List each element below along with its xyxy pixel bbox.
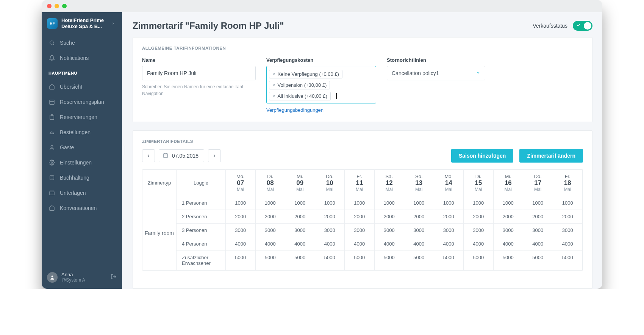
price-cell[interactable]: 5000 <box>375 251 405 270</box>
catering-conditions-link[interactable]: Verpflegungsbedingungen <box>266 107 324 113</box>
price-cell[interactable]: 3000 <box>553 224 583 237</box>
price-cell[interactable]: 3000 <box>345 224 375 237</box>
price-cell[interactable]: 1000 <box>226 196 256 210</box>
price-cell[interactable]: 4000 <box>226 237 256 251</box>
price-cell[interactable]: 3000 <box>285 224 315 237</box>
price-cell[interactable]: 5000 <box>464 251 494 270</box>
th-roomtype: Zimmertyp <box>142 170 177 196</box>
price-cell[interactable]: 4000 <box>375 237 405 251</box>
price-cell[interactable]: 5000 <box>523 251 553 270</box>
sidebar-notifications[interactable]: Notifications <box>42 50 122 66</box>
catering-chips-input[interactable]: ×Keine Verpflegung (+0,00 £)×Vollpension… <box>266 66 376 103</box>
cancel-policy-select[interactable]: Cancellation policy1 <box>387 66 485 80</box>
price-cell[interactable]: 1000 <box>434 196 464 210</box>
price-cell[interactable]: 5000 <box>434 251 464 270</box>
price-cell[interactable]: 1000 <box>315 196 345 210</box>
catering-chip[interactable]: ×All inklusive (+40,00 £) <box>269 92 331 100</box>
panel-splitter[interactable] <box>122 12 127 289</box>
price-cell[interactable]: 2000 <box>315 210 345 224</box>
price-cell[interactable]: 2000 <box>404 210 434 224</box>
catering-chip[interactable]: ×Vollpension (+30,00 £) <box>269 81 330 89</box>
price-cell[interactable]: 5000 <box>256 251 286 270</box>
price-cell[interactable]: 3000 <box>256 224 286 237</box>
price-cell[interactable]: 2000 <box>434 210 464 224</box>
sidebar-item-reservierungen[interactable]: Reservierungen <box>42 110 122 125</box>
price-cell[interactable]: 2000 <box>256 210 286 224</box>
price-cell[interactable]: 4000 <box>494 237 524 251</box>
price-cell[interactable]: 4000 <box>523 237 553 251</box>
next-date-button[interactable] <box>208 149 221 162</box>
price-cell[interactable]: 3000 <box>404 224 434 237</box>
price-cell[interactable]: 4000 <box>315 237 345 251</box>
catering-chip[interactable]: ×Keine Verpflegung (+0,00 £) <box>269 70 342 78</box>
svg-rect-14 <box>164 153 168 158</box>
price-cell[interactable]: 1000 <box>404 196 434 210</box>
sales-status-toggle[interactable] <box>573 21 592 31</box>
price-cell[interactable]: 5000 <box>345 251 375 270</box>
price-cell[interactable]: 3000 <box>315 224 345 237</box>
price-cell[interactable]: 4000 <box>464 237 494 251</box>
prev-date-button[interactable] <box>142 149 155 162</box>
price-cell[interactable]: 5000 <box>226 251 256 270</box>
price-cell[interactable]: 2000 <box>494 210 524 224</box>
price-cell[interactable]: 1000 <box>553 196 583 210</box>
sidebar-item-einstellungen[interactable]: Einstellungen <box>42 155 122 170</box>
org-switcher[interactable]: HF HotelFriend Prime Deluxe Spa & B... <box>42 12 122 35</box>
price-cell[interactable]: 2000 <box>523 210 553 224</box>
sidebar-item-buchhaltung[interactable]: Buchhaltung <box>42 170 122 185</box>
price-cell[interactable]: 5000 <box>553 251 583 270</box>
price-cell[interactable]: 4000 <box>285 237 315 251</box>
price-cell[interactable]: 2000 <box>375 210 405 224</box>
price-cell[interactable]: 1000 <box>523 196 553 210</box>
price-cell[interactable]: 4000 <box>434 237 464 251</box>
sidebar-item-bestellungen[interactable]: Bestellungen <box>42 125 122 140</box>
chip-remove-icon[interactable]: × <box>272 71 275 77</box>
sidebar-item-reservierungsplan[interactable]: Reservierungsplan <box>42 94 122 110</box>
price-cell[interactable]: 4000 <box>404 237 434 251</box>
price-cell[interactable]: 1000 <box>285 196 315 210</box>
price-cell[interactable]: 2000 <box>345 210 375 224</box>
price-cell[interactable]: 5000 <box>285 251 315 270</box>
sidebar-item-unterlagen[interactable]: Unterlagen <box>42 185 122 200</box>
price-cell[interactable]: 3000 <box>464 224 494 237</box>
logout-icon[interactable] <box>111 274 117 281</box>
price-cell[interactable]: 1000 <box>494 196 524 210</box>
price-cell[interactable]: 1000 <box>256 196 286 210</box>
sidebar-item-label: Übersicht <box>60 84 82 90</box>
price-cell[interactable]: 1000 <box>345 196 375 210</box>
edit-tariff-button[interactable]: Zimmertarif ändern <box>519 149 583 163</box>
price-cell[interactable]: 3000 <box>494 224 524 237</box>
svg-point-0 <box>50 41 53 44</box>
price-cell[interactable]: 3000 <box>226 224 256 237</box>
price-cell[interactable]: 1000 <box>464 196 494 210</box>
chip-remove-icon[interactable]: × <box>272 93 275 99</box>
sidebar-item-gäste[interactable]: Gäste <box>42 140 122 155</box>
chevron-right-icon <box>110 20 117 27</box>
window-close[interactable] <box>47 4 52 8</box>
price-cell[interactable]: 5000 <box>494 251 524 270</box>
date-picker[interactable]: 07.05.2018 <box>159 149 204 162</box>
price-cell[interactable]: 1000 <box>375 196 405 210</box>
chip-remove-icon[interactable]: × <box>272 82 275 88</box>
window-maximize[interactable] <box>62 4 67 8</box>
price-cell[interactable]: 3000 <box>523 224 553 237</box>
catering-label: Verpflegungskosten <box>266 57 376 63</box>
price-cell[interactable]: 4000 <box>256 237 286 251</box>
avatar[interactable] <box>47 272 58 283</box>
price-cell[interactable]: 4000 <box>345 237 375 251</box>
price-cell[interactable]: 2000 <box>553 210 583 224</box>
price-cell[interactable]: 5000 <box>404 251 434 270</box>
sidebar-search[interactable]: Suche <box>42 35 122 50</box>
price-cell[interactable]: 2000 <box>226 210 256 224</box>
price-cell[interactable]: 3000 <box>375 224 405 237</box>
price-cell[interactable]: 4000 <box>553 237 583 251</box>
add-season-button[interactable]: Saison hinzufügen <box>451 149 513 163</box>
sidebar-item-übersicht[interactable]: Übersicht <box>42 79 122 94</box>
sidebar-item-konversationen[interactable]: Konversationen <box>42 200 122 216</box>
price-cell[interactable]: 2000 <box>464 210 494 224</box>
window-minimize[interactable] <box>55 4 59 8</box>
price-cell[interactable]: 5000 <box>315 251 345 270</box>
price-cell[interactable]: 2000 <box>285 210 315 224</box>
name-input[interactable] <box>142 66 256 80</box>
price-cell[interactable]: 3000 <box>434 224 464 237</box>
